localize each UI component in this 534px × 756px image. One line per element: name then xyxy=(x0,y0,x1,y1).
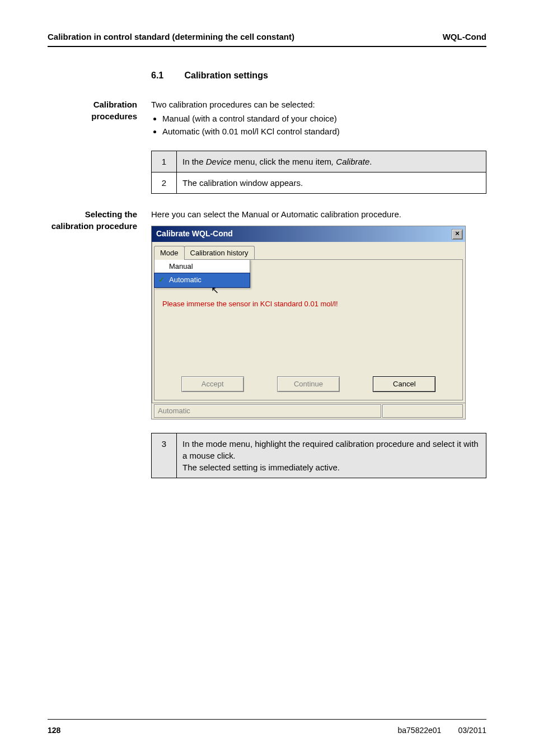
step-row: 1 In the Device menu, click the menu ite… xyxy=(152,151,486,172)
close-icon[interactable]: × xyxy=(452,229,463,240)
section-heading: 6.1 Calibration settings xyxy=(151,69,486,82)
steps-table-2: 3 In the mode menu, highlight the requir… xyxy=(151,433,486,478)
step-text: The calibration window appears. xyxy=(177,172,486,193)
page-footer: 128 ba75822e01 03/2011 xyxy=(48,719,486,736)
section-number: 6.1 xyxy=(151,69,182,82)
step-period: . xyxy=(233,451,236,460)
page-number: 128 xyxy=(48,725,60,736)
step-end: . xyxy=(369,157,372,166)
step-line1: In the mode menu, highlight the required… xyxy=(182,439,479,460)
tab-strip: Mode Calibration history xyxy=(152,242,465,259)
sidehead-empty xyxy=(48,69,151,92)
intro-text-1: Two calibration procedures can be select… xyxy=(151,99,486,110)
continue-button[interactable]: Continue xyxy=(277,376,340,392)
step-italic2: , Calibrate xyxy=(331,157,369,166)
sidehead-selecting: Selecting the calibration procedure xyxy=(48,208,151,478)
cancel-button[interactable]: Cancel xyxy=(373,376,435,392)
doc-id: ba75822e01 xyxy=(398,725,442,736)
step-italic: Device xyxy=(206,157,232,166)
step-prefix: In the xyxy=(182,157,206,166)
tab-calibration-history[interactable]: Calibration history xyxy=(184,246,255,260)
sidehead-procedures: Calibration procedures xyxy=(48,99,151,194)
calibrate-dialog: Calibrate WQL-Cond × Mode Calibration hi… xyxy=(151,226,466,419)
dialog-button-row: Accept Continue Cancel xyxy=(154,376,462,392)
step-number: 2 xyxy=(152,172,177,193)
doc-date: 03/2011 xyxy=(458,725,486,736)
step-number: 3 xyxy=(152,433,177,478)
tab-mode[interactable]: Mode xyxy=(154,246,185,260)
intro-text-2: Here you can select the Manual or Automa… xyxy=(151,208,486,220)
cursor-icon: ↖ xyxy=(211,284,219,295)
header-right: WQL-Cond xyxy=(443,31,486,43)
step-text: In the Device menu, click the menu item,… xyxy=(177,151,486,172)
section-title: Calibration settings xyxy=(184,71,268,80)
dialog-status-bar: Automatic xyxy=(152,403,465,419)
menu-item-automatic[interactable]: Automatic xyxy=(154,273,250,287)
step-mid: menu, click the menu item xyxy=(232,157,331,166)
mode-menu: Manual Automatic ↖ xyxy=(154,259,250,287)
instruction-text: Please immerse the sensor in KCl standar… xyxy=(162,299,338,309)
step-row: 2 The calibration window appears. xyxy=(152,172,486,193)
bullet-list-1: Manual (with a control standard of your … xyxy=(151,113,486,137)
bullet-item: Manual (with a control standard of your … xyxy=(162,113,486,124)
tab-panel: Manual Automatic ↖ Please immerse the se… xyxy=(154,259,463,400)
steps-table-1: 1 In the Device menu, click the menu ite… xyxy=(151,151,486,194)
step-number: 1 xyxy=(152,151,177,172)
dialog-title: Calibrate WQL-Cond xyxy=(156,228,233,240)
status-text: Automatic xyxy=(154,404,381,418)
dialog-titlebar[interactable]: Calibrate WQL-Cond × xyxy=(152,226,465,242)
accept-button[interactable]: Accept xyxy=(181,376,244,392)
step-line2: The selected setting is immediately acti… xyxy=(182,463,340,472)
step-row: 3 In the mode menu, highlight the requir… xyxy=(152,433,486,478)
header-left: Calibration in control standard (determi… xyxy=(48,31,294,43)
status-empty xyxy=(382,404,463,418)
menu-item-manual[interactable]: Manual xyxy=(154,260,250,273)
step-text: In the mode menu, highlight the required… xyxy=(177,433,486,478)
bullet-item: Automatic (with 0.01 mol/l KCl control s… xyxy=(162,125,486,137)
page-header: Calibration in control standard (determi… xyxy=(48,31,486,47)
